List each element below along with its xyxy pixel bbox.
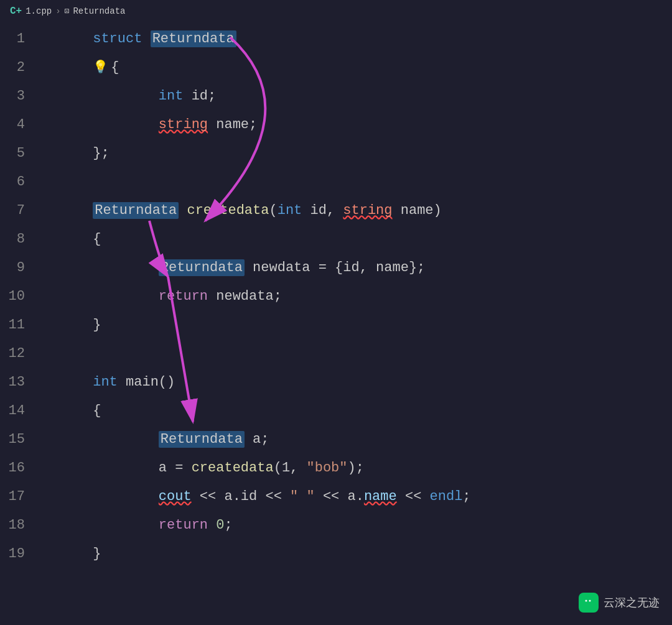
svg-point-3 [586,600,587,602]
line-num-6: 6 [0,168,37,197]
line-num-8: 8 [0,225,37,254]
line-num-13: 13 [0,368,37,397]
line-num-15: 15 [0,425,37,454]
line-num-17: 17 [0,483,37,511]
code-line-19: 19 } [0,540,672,568]
code-editor: 1 struct Returndata 2 💡{ 3 int id; 4 str… [0,22,672,571]
watermark-text: 云深之无迹 [604,595,660,610]
line-num-9: 9 [0,254,37,282]
watermark: 云深之无迹 [579,593,660,613]
line-num-5: 5 [0,139,37,168]
cpp-icon: C+ [10,6,22,17]
line-content-19: } [37,511,672,597]
code-line-11: 11 } [0,311,672,340]
line-num-1: 1 [0,25,37,53]
line-num-7: 7 [0,197,37,225]
line-num-12: 12 [0,340,37,368]
line-num-19: 19 [0,540,37,568]
svg-point-4 [589,600,591,602]
line-num-2: 2 [0,53,37,82]
line-num-11: 11 [0,311,37,340]
line-num-16: 16 [0,454,37,483]
line-num-10: 10 [0,282,37,311]
line-num-18: 18 [0,511,37,540]
line-num-4: 4 [0,111,37,139]
code-line-5: 5 }; [0,139,672,168]
wechat-icon [579,593,599,613]
line-num-3: 3 [0,82,37,111]
line-num-14: 14 [0,397,37,425]
